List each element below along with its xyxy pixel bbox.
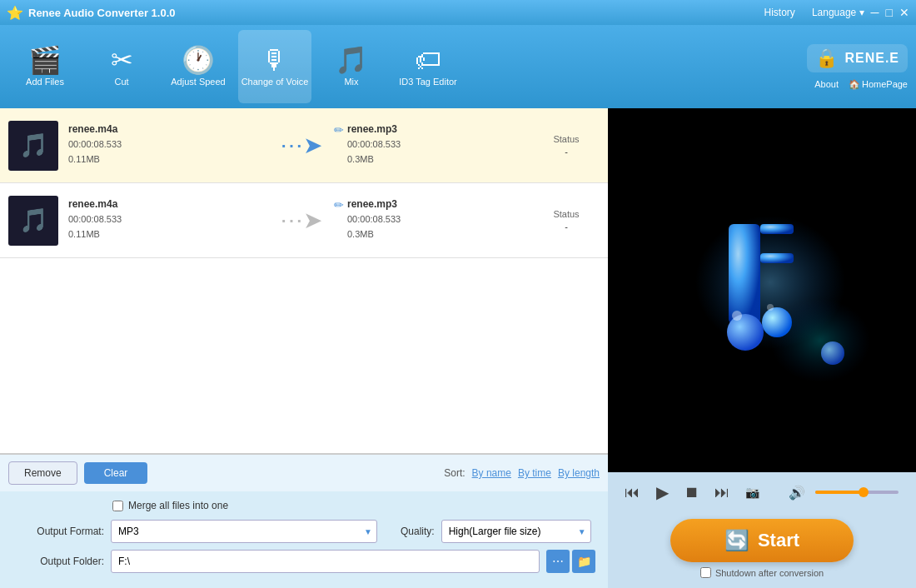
output-folder-label: Output Folder: [12, 556, 104, 567]
home-icon: 🏠 [849, 79, 860, 90]
cut-label: Cut [114, 77, 128, 87]
about-link[interactable]: About [814, 79, 839, 90]
status-area-1: Status - [533, 134, 600, 157]
close-btn[interactable]: ✕ [899, 6, 909, 19]
status-area-2: Status - [533, 209, 600, 232]
app-icon: ⭐ [7, 5, 23, 21]
output-format-select[interactable]: MP3 WAV AAC [111, 520, 377, 543]
bottom-controls: Remove Clear Sort: By name By time By le… [0, 454, 608, 491]
input-size-2: 0.11MB [68, 227, 267, 242]
shutdown-label: Shutdown after conversion [715, 568, 824, 578]
change-voice-icon: 🎙 [261, 47, 288, 73]
sort-by-time[interactable]: By time [518, 467, 551, 479]
merge-label: Merge all files into one [128, 500, 228, 511]
status-value-1: - [533, 147, 600, 157]
header-right: 🔒 RENE.E About 🏠 HomePage [807, 44, 908, 90]
lang-btn[interactable]: Language ▾ [812, 7, 864, 18]
change-voice-label: Change of Voice [241, 77, 309, 87]
music-thumb-icon-2: 🎵 [19, 207, 48, 234]
folder-browse-btn[interactable]: ⋯ [546, 550, 570, 573]
sort-area: Sort: By name By time By length [444, 467, 600, 479]
output-info-2: ✏ renee.mp3 00:00:08.533 0.3MB [334, 198, 533, 242]
music-visual [637, 174, 887, 407]
skip-forward-btn[interactable]: ⏭ [710, 481, 734, 504]
left-panel: 🎵 renee.m4a 00:00:08.533 0.11MB ⋯➤ ✏ ren… [0, 108, 608, 588]
start-button[interactable]: 🔄 Start [670, 519, 854, 562]
toolbar-id3[interactable]: 🏷 ID3 Tag Editor [391, 30, 465, 103]
clear-button[interactable]: Clear [84, 462, 148, 484]
table-row[interactable]: 🎵 renee.m4a 00:00:08.533 0.11MB ⋯➤ ✏ ren… [0, 183, 608, 258]
adjust-speed-label: Adjust Speed [171, 77, 225, 87]
remove-button[interactable]: Remove [8, 461, 77, 485]
sort-by-length[interactable]: By length [558, 467, 600, 479]
titlebar: ⭐ Renee Audio Converter 1.0.0 History La… [0, 0, 916, 25]
toolbar-adjust-speed[interactable]: 🕐 Adjust Speed [162, 30, 235, 103]
convert-arrow-1: ⋯➤ [280, 132, 322, 159]
window-controls: Language ▾ ─ □ ✕ [812, 6, 909, 19]
input-duration-2: 00:00:08.533 [68, 212, 267, 227]
volume-thumb [859, 487, 869, 497]
file-list: 🎵 renee.m4a 00:00:08.533 0.11MB ⋯➤ ✏ ren… [0, 108, 608, 454]
arrow-2: ⋯➤ [267, 207, 334, 234]
input-duration-1: 00:00:08.533 [68, 137, 267, 152]
shutdown-row: Shutdown after conversion [700, 567, 824, 578]
homepage-label: HomePage [862, 79, 908, 89]
output-format-label: Output Format: [12, 526, 104, 537]
stop-btn[interactable]: ⏹ [680, 481, 704, 504]
player-controls: ⏮ ▶ ⏹ ⏭ 📷 🔊 [608, 472, 916, 512]
toolbar-cut[interactable]: ✂ Cut [85, 30, 158, 103]
sort-label: Sort: [444, 467, 465, 479]
output-folder-input[interactable]: F:\ [111, 550, 540, 573]
table-row[interactable]: 🎵 renee.m4a 00:00:08.533 0.11MB ⋯➤ ✏ ren… [0, 108, 608, 183]
input-size-1: 0.11MB [68, 152, 267, 167]
toolbar-change-of-voice[interactable]: 🎙 Change of Voice [238, 30, 311, 103]
svg-rect-3 [729, 224, 760, 324]
status-value-2: - [533, 222, 600, 232]
volume-slider[interactable] [815, 491, 899, 494]
play-btn[interactable]: ▶ [650, 481, 674, 504]
logo-area: 🔒 RENE.E [807, 44, 908, 72]
mix-icon: 🎵 [335, 47, 368, 73]
arrow-1: ⋯➤ [267, 132, 334, 159]
preview-area [608, 108, 916, 472]
quality-select[interactable]: High(Larger file size) Medium Low [441, 520, 591, 543]
svg-rect-5 [760, 253, 794, 263]
sort-by-name[interactable]: By name [472, 467, 511, 479]
file-info-1: renee.m4a 00:00:08.533 0.11MB [68, 123, 267, 167]
minimize-btn[interactable]: ─ [871, 6, 879, 19]
start-label: Start [758, 530, 799, 551]
folder-open-btn[interactable]: 📁 [572, 550, 595, 573]
maximize-btn[interactable]: □ [886, 6, 893, 19]
screenshot-btn[interactable]: 📷 [740, 481, 764, 504]
merge-checkbox[interactable] [112, 501, 123, 511]
file-thumb-2: 🎵 [8, 196, 58, 246]
mix-label: Mix [344, 77, 358, 87]
status-label-1: Status [533, 134, 600, 144]
merge-row: Merge all files into one [112, 500, 595, 511]
main-area: 🎵 renee.m4a 00:00:08.533 0.11MB ⋯➤ ✏ ren… [0, 108, 916, 588]
adjust-speed-icon: 🕐 [182, 47, 215, 73]
toolbar-mix[interactable]: 🎵 Mix [315, 30, 388, 103]
input-filename-1: renee.m4a [68, 123, 267, 135]
homepage-link[interactable]: 🏠 HomePage [849, 79, 908, 90]
settings-area: Merge all files into one Output Format: … [0, 491, 608, 588]
logo-icon: 🔒 [815, 47, 838, 69]
skip-back-btn[interactable]: ⏮ [620, 481, 644, 504]
convert-arrow-2: ⋯➤ [280, 207, 322, 234]
app-title: Renee Audio Converter 1.0.0 [28, 7, 764, 19]
add-files-icon: 🎬 [28, 47, 62, 73]
file-thumb-1: 🎵 [8, 121, 58, 171]
output-format-wrapper: MP3 WAV AAC ▼ [111, 520, 377, 543]
svg-point-7 [762, 307, 792, 337]
toolbar-add-files[interactable]: 🎬 Add Files [8, 30, 82, 103]
folder-buttons: ⋯ 📁 [546, 550, 595, 573]
history-label[interactable]: History [764, 7, 795, 18]
shutdown-checkbox[interactable] [700, 567, 711, 578]
volume-icon: 🔊 [785, 481, 809, 504]
output-size-1: 0.3MB [347, 152, 401, 167]
output-filename-1: renee.mp3 [347, 123, 401, 135]
id3-label: ID3 Tag Editor [399, 77, 457, 87]
volume-fill [815, 491, 861, 494]
svg-point-8 [821, 341, 844, 365]
cut-icon: ✂ [111, 47, 133, 73]
